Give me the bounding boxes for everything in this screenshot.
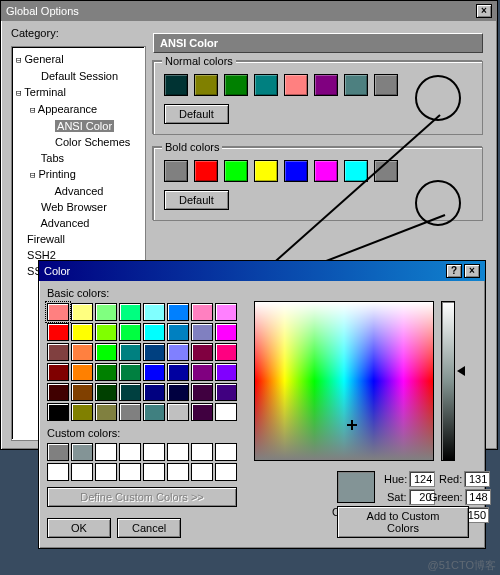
basic-color-swatch[interactable]: [167, 403, 189, 421]
basic-color-swatch[interactable]: [71, 363, 93, 381]
basic-color-swatch[interactable]: [167, 303, 189, 321]
ok-button[interactable]: OK: [47, 518, 111, 538]
basic-color-swatch[interactable]: [215, 343, 237, 361]
custom-color-swatch[interactable]: [71, 443, 93, 461]
cancel-button[interactable]: Cancel: [117, 518, 181, 538]
color-swatch[interactable]: [374, 74, 398, 96]
color-swatch[interactable]: [164, 160, 188, 182]
tree-item[interactable]: ANSI Color: [14, 118, 143, 134]
custom-color-swatch[interactable]: [95, 443, 117, 461]
custom-color-swatch[interactable]: [191, 463, 213, 481]
basic-color-swatch[interactable]: [191, 383, 213, 401]
basic-color-swatch[interactable]: [167, 343, 189, 361]
custom-color-swatch[interactable]: [47, 443, 69, 461]
add-custom-button[interactable]: Add to Custom Colors: [337, 506, 469, 538]
color-swatch[interactable]: [314, 160, 338, 182]
basic-color-swatch[interactable]: [119, 343, 141, 361]
tree-item[interactable]: Web Browser: [14, 199, 143, 215]
custom-color-swatch[interactable]: [47, 463, 69, 481]
basic-color-swatch[interactable]: [143, 323, 165, 341]
color-swatch[interactable]: [254, 160, 278, 182]
basic-color-swatch[interactable]: [95, 383, 117, 401]
custom-color-swatch[interactable]: [143, 463, 165, 481]
luminosity-slider[interactable]: [441, 301, 455, 461]
basic-color-swatch[interactable]: [47, 363, 69, 381]
basic-color-swatch[interactable]: [143, 363, 165, 381]
basic-color-swatch[interactable]: [143, 383, 165, 401]
basic-color-swatch[interactable]: [95, 403, 117, 421]
basic-color-swatch[interactable]: [71, 403, 93, 421]
basic-color-swatch[interactable]: [143, 303, 165, 321]
tree-item[interactable]: Advanced: [14, 183, 143, 199]
color-swatch[interactable]: [194, 74, 218, 96]
basic-color-swatch[interactable]: [191, 343, 213, 361]
basic-color-swatch[interactable]: [167, 383, 189, 401]
close-icon[interactable]: ×: [476, 4, 492, 18]
tree-item[interactable]: Advanced: [14, 215, 143, 231]
color-swatch[interactable]: [164, 74, 188, 96]
basic-color-swatch[interactable]: [119, 383, 141, 401]
tree-item[interactable]: ⊟ Terminal: [14, 84, 143, 101]
custom-color-swatch[interactable]: [191, 443, 213, 461]
custom-color-swatch[interactable]: [143, 443, 165, 461]
basic-color-swatch[interactable]: [71, 383, 93, 401]
basic-color-swatch[interactable]: [191, 403, 213, 421]
tree-item[interactable]: Default Session: [14, 68, 143, 84]
basic-color-swatch[interactable]: [47, 383, 69, 401]
custom-color-swatch[interactable]: [215, 443, 237, 461]
basic-color-swatch[interactable]: [167, 363, 189, 381]
green-input[interactable]: [465, 489, 491, 505]
tree-item[interactable]: ⊟ General: [14, 51, 143, 68]
basic-color-swatch[interactable]: [47, 343, 69, 361]
basic-color-swatch[interactable]: [71, 323, 93, 341]
help-icon[interactable]: ?: [446, 264, 462, 278]
color-swatch[interactable]: [224, 160, 248, 182]
red-input[interactable]: [464, 471, 490, 487]
close-icon[interactable]: ×: [464, 264, 480, 278]
luminosity-arrow-icon[interactable]: [457, 366, 465, 376]
custom-color-swatch[interactable]: [119, 463, 141, 481]
basic-color-swatch[interactable]: [95, 363, 117, 381]
basic-color-swatch[interactable]: [143, 343, 165, 361]
custom-color-swatch[interactable]: [167, 443, 189, 461]
basic-color-swatch[interactable]: [167, 323, 189, 341]
basic-color-swatch[interactable]: [191, 323, 213, 341]
color-swatch[interactable]: [284, 160, 308, 182]
basic-color-swatch[interactable]: [47, 303, 69, 321]
color-spectrum[interactable]: [254, 301, 434, 461]
tree-item[interactable]: ⊟ Printing: [14, 166, 143, 183]
basic-color-swatch[interactable]: [215, 403, 237, 421]
color-swatch[interactable]: [284, 74, 308, 96]
tree-item[interactable]: Firewall: [14, 231, 143, 247]
hue-input[interactable]: [409, 471, 435, 487]
color-swatch[interactable]: [254, 74, 278, 96]
basic-color-swatch[interactable]: [191, 303, 213, 321]
basic-color-swatch[interactable]: [119, 323, 141, 341]
normal-default-button[interactable]: Default: [164, 104, 229, 124]
basic-color-swatch[interactable]: [47, 403, 69, 421]
basic-color-swatch[interactable]: [119, 303, 141, 321]
basic-color-swatch[interactable]: [215, 323, 237, 341]
basic-color-swatch[interactable]: [71, 303, 93, 321]
custom-color-swatch[interactable]: [71, 463, 93, 481]
basic-color-swatch[interactable]: [191, 363, 213, 381]
basic-color-swatch[interactable]: [95, 323, 117, 341]
color-swatch[interactable]: [344, 160, 368, 182]
basic-color-swatch[interactable]: [47, 323, 69, 341]
custom-color-swatch[interactable]: [167, 463, 189, 481]
basic-color-swatch[interactable]: [119, 363, 141, 381]
color-swatch[interactable]: [314, 74, 338, 96]
color-swatch[interactable]: [194, 160, 218, 182]
color-swatch[interactable]: [224, 74, 248, 96]
tree-item[interactable]: ⊟ Appearance: [14, 101, 143, 118]
basic-color-swatch[interactable]: [95, 303, 117, 321]
basic-color-swatch[interactable]: [119, 403, 141, 421]
tree-item[interactable]: Tabs: [14, 150, 143, 166]
tree-item[interactable]: Color Schemes: [14, 134, 143, 150]
basic-color-swatch[interactable]: [143, 403, 165, 421]
color-swatch[interactable]: [374, 160, 398, 182]
basic-color-swatch[interactable]: [95, 343, 117, 361]
basic-color-swatch[interactable]: [215, 363, 237, 381]
basic-color-swatch[interactable]: [215, 383, 237, 401]
bold-default-button[interactable]: Default: [164, 190, 229, 210]
